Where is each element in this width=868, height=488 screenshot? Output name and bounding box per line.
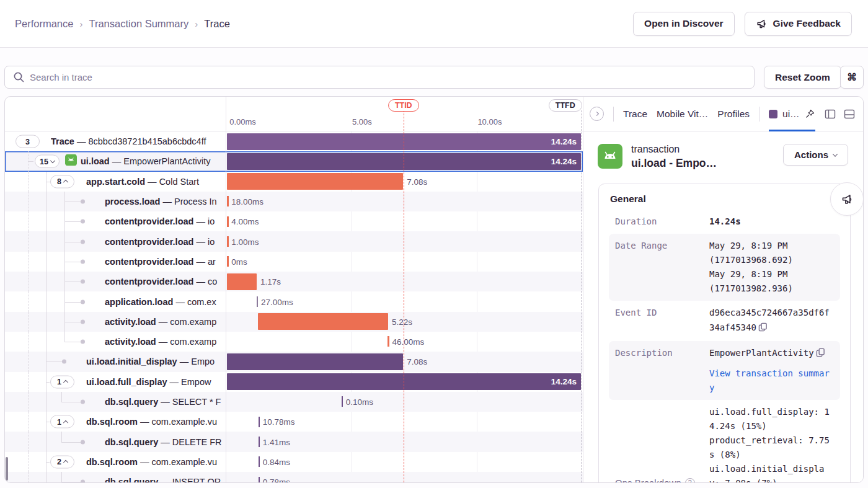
waterfall-row[interactable]: 27.00ms [226,291,583,311]
span-bar[interactable] [258,313,388,330]
breadcrumb-transaction-summary[interactable]: Transaction Summary [89,18,188,30]
pin-icon[interactable] [805,109,815,119]
tree-guide-line [46,382,50,383]
feedback-floating-button[interactable] [830,182,863,216]
copy-icon[interactable] [816,347,825,362]
trace-span-row[interactable]: 1ui.load.full_display — Empow [5,372,226,392]
tab-trace[interactable]: Trace [623,109,647,120]
waterfall-row[interactable]: 7.08s [226,172,583,192]
trace-span-row[interactable]: contentprovider.load — io [5,231,226,251]
trace-span-row[interactable]: 3Trace — 8cbbcd38721b415ab6cbdc4ff [5,131,226,151]
waterfall-row[interactable]: 1.17s [226,272,583,291]
trace-span-row[interactable]: db.sql.query — SELECT * F [5,392,226,412]
keyboard-shortcut-button[interactable]: ⌘ [840,66,864,89]
tree-guide-line [28,312,29,332]
ttfd-badge[interactable]: TTFD [549,99,582,112]
trace-span-row[interactable]: ui.load.initial_display — Empo [5,352,226,371]
waterfall-row[interactable]: 1.00ms [226,231,583,251]
breadcrumb-trace: Trace [204,18,230,30]
tab-ui-load-active[interactable]: ui… [769,97,815,131]
waterfall-row[interactable]: 46.00ms [226,332,583,352]
span-tick[interactable] [257,296,259,307]
waterfall-row[interactable]: 4.00ms [226,211,583,231]
trace-span-row[interactable]: contentprovider.load — io [5,211,226,231]
trace-span-row[interactable]: activity.load — com.examp [5,312,226,332]
date-range-end: May 29, 8:19 PM [709,267,831,282]
span-bar[interactable] [227,173,403,190]
trace-span-row[interactable]: db.sql.query — INSERT OR [5,472,226,482]
trace-span-row[interactable]: contentprovider.load — ar [5,252,226,272]
copy-icon[interactable] [758,322,768,336]
trace-span-row[interactable]: 15ui.load — EmpowerPlantActivity [5,151,226,171]
ops-breakdown-value: ui.load.full_display: 14.24s (15%) produ… [709,405,831,482]
trace-span-row[interactable]: contentprovider.load — co [5,272,226,291]
tree-guide-line [29,161,33,162]
view-transaction-summary-link[interactable]: View transaction summary [709,366,831,395]
tab-mobile-vitals[interactable]: Mobile Vit… [657,109,708,120]
span-tick[interactable] [259,437,260,447]
span-children-toggle[interactable]: 8 [50,175,74,188]
span-tick[interactable] [342,396,343,407]
trace-span-row[interactable]: 8app.start.cold — Cold Start [5,172,226,192]
span-children-toggle[interactable]: 15 [35,155,60,168]
tree-guide-line [28,412,29,432]
span-op-color-swatch [769,110,777,118]
tab-profiles[interactable]: Profiles [717,109,750,120]
breadcrumb-performance[interactable]: Performance [15,18,73,30]
span-label: db.sql.query — SELECT * F [105,397,226,407]
chevron-up-icon [63,180,68,185]
help-icon[interactable]: ? [685,478,695,482]
span-tick[interactable] [388,336,389,347]
span-tick[interactable] [259,477,260,482]
trace-drawer: Trace Mobile Vit… Profiles ui… [583,97,863,482]
ttid-badge[interactable]: TTID [388,99,419,112]
trace-span-row[interactable]: process.load — Process In [5,192,226,211]
span-children-toggle[interactable]: 1 [50,415,74,428]
span-tick[interactable] [259,417,260,427]
waterfall-row[interactable]: 14.24s [226,131,583,151]
span-tick[interactable] [259,456,260,467]
tree-guide-line [46,231,46,251]
layout-left-icon[interactable] [825,109,836,120]
trace-span-row[interactable]: db.sql.query — DELETE FR [5,432,226,451]
span-children-toggle[interactable]: 2 [50,455,74,468]
reset-zoom-button[interactable]: Reset Zoom [764,66,841,89]
waterfall-row[interactable]: 1.41ms [226,432,583,451]
trace-span-row[interactable]: 1db.sql.room — com.example.vu [5,412,226,432]
waterfall-row[interactable]: 0ms [226,252,583,272]
search-input[interactable] [4,66,755,89]
trace-span-row[interactable]: application.load — com.ex [5,291,226,311]
span-tick[interactable] [227,216,229,227]
waterfall-row[interactable]: 5.22s [226,312,583,332]
vertical-scrollbar[interactable] [6,457,8,481]
span-tick[interactable] [227,256,229,267]
span-children-toggle[interactable]: 1 [50,375,74,388]
waterfall-row[interactable]: 18.00ms [226,192,583,211]
date-range-value: May 29, 8:19 PM (1717013968.692) May 29,… [709,239,831,296]
waterfall-row[interactable]: 14.24s [226,372,583,392]
actions-button[interactable]: Actions [783,144,848,166]
general-heading: General [610,193,840,205]
tree-guide-line [64,202,82,202]
trace-span-row[interactable]: 2db.sql.room — com.example.vu [5,452,226,472]
waterfall-row[interactable]: 7.08s [226,352,583,371]
open-in-discover-button[interactable]: Open in Discover [633,12,734,36]
tree-guide-line [46,422,50,422]
span-bar[interactable] [227,353,403,370]
span-label: ui.load.initial_display — Empo [86,357,226,366]
leaf-span-dot [81,200,85,204]
span-bar[interactable] [227,273,257,290]
span-tick[interactable] [227,196,229,206]
waterfall-row[interactable]: 10.78ms [226,412,583,432]
span-tick[interactable] [227,236,229,247]
waterfall-row[interactable]: 14.24s [226,151,583,171]
waterfall-row[interactable]: 0.84ms [226,452,583,472]
layout-bottom-icon[interactable] [844,109,855,120]
span-tree-header [5,97,226,131]
waterfall-row[interactable]: 0.10ms [226,392,583,412]
give-feedback-button[interactable]: Give Feedback [745,12,852,36]
waterfall-row[interactable]: 0.78ms [226,472,583,482]
expand-drawer-button[interactable] [590,107,604,121]
span-children-toggle[interactable]: 3 [16,135,40,148]
trace-span-row[interactable]: activity.load — com.examp [5,332,226,352]
